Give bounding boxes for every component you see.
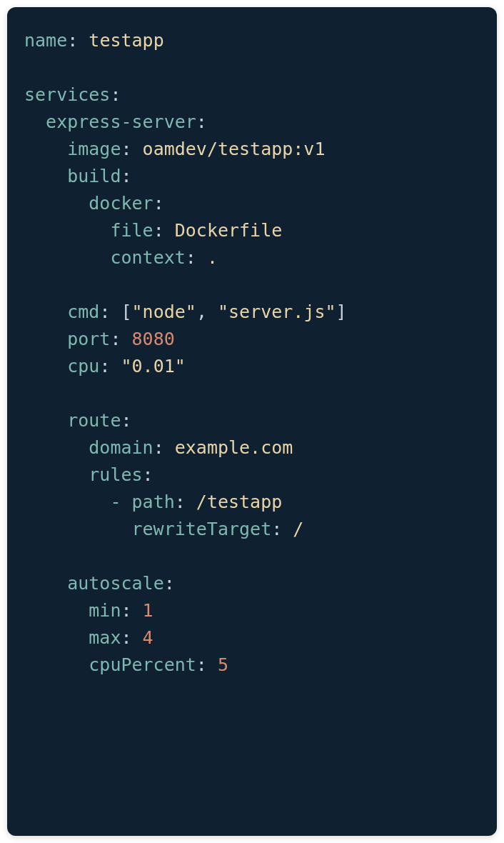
bracket-close: ]: [336, 301, 347, 322]
quote: ": [132, 301, 143, 322]
yaml-value-name: testapp: [89, 30, 163, 51]
yaml-value-min: 1: [143, 600, 153, 621]
yaml-value-path: /testapp: [196, 492, 282, 512]
bracket-open: [: [121, 301, 131, 322]
yaml-key-cpuPercent: cpuPercent: [89, 654, 196, 675]
colon: :: [153, 437, 175, 458]
quote: ": [186, 301, 196, 322]
yaml-key-rules: rules: [89, 464, 142, 485]
yaml-key-name: name: [24, 30, 67, 51]
yaml-key-context: context: [110, 247, 185, 268]
colon: :: [121, 627, 142, 648]
yaml-key-build: build: [67, 166, 121, 186]
colon: :: [121, 410, 131, 431]
yaml-value-image: oamdev/testapp:v1: [143, 139, 326, 159]
colon: :: [175, 492, 196, 512]
quote: ": [175, 356, 186, 376]
yaml-value-context: .: [207, 247, 218, 268]
colon: :: [153, 220, 175, 241]
colon: :: [67, 30, 89, 51]
yaml-value-rewrite: /: [293, 519, 303, 539]
yaml-key-docker: docker: [89, 193, 153, 214]
colon: :: [196, 111, 207, 132]
yaml-cmd-arg2: server.js: [228, 301, 325, 322]
colon: :: [186, 247, 207, 268]
colon: :: [121, 139, 142, 159]
yaml-key-route: route: [67, 410, 121, 431]
yaml-key-cpu: cpu: [67, 356, 99, 376]
yaml-key-max: max: [89, 627, 121, 648]
colon: :: [164, 573, 175, 594]
yaml-list-dash: -: [110, 492, 131, 512]
yaml-cmd-arg1: node: [143, 301, 186, 322]
colon: :: [99, 301, 121, 322]
yaml-key-autoscale: autoscale: [67, 573, 163, 594]
yaml-key-domain: domain: [89, 437, 153, 458]
yaml-code-block: name: testapp services: express-server: …: [7, 7, 497, 836]
colon: :: [196, 654, 218, 675]
quote: ": [326, 301, 336, 322]
yaml-key-cmd: cmd: [67, 301, 99, 322]
colon: :: [271, 519, 293, 539]
yaml-key-file: file: [110, 220, 153, 241]
colon: :: [110, 329, 131, 349]
yaml-key-services: services: [24, 84, 110, 105]
yaml-value-file: Dockerfile: [175, 220, 283, 241]
yaml-value-max: 4: [143, 627, 153, 648]
yaml-value-cpu: 0.01: [132, 356, 175, 376]
yaml-key-path: path: [132, 492, 175, 512]
yaml-key-image: image: [67, 139, 121, 159]
colon: :: [153, 193, 164, 214]
yaml-key-rewrite: rewriteTarget: [132, 519, 272, 539]
yaml-value-cpuPercent: 5: [218, 654, 228, 675]
colon: :: [110, 84, 121, 105]
yaml-key-service-name: express-server: [46, 111, 196, 132]
yaml-value-domain: example.com: [175, 437, 293, 458]
colon: :: [99, 356, 121, 376]
yaml-value-port: 8080: [132, 329, 175, 349]
yaml-key-min: min: [89, 600, 121, 621]
yaml-key-port: port: [67, 329, 110, 349]
comma: ,: [196, 301, 218, 322]
quote: ": [218, 301, 228, 322]
colon: :: [121, 166, 131, 186]
colon: :: [143, 464, 153, 485]
quote: ": [121, 356, 131, 376]
colon: :: [121, 600, 142, 621]
